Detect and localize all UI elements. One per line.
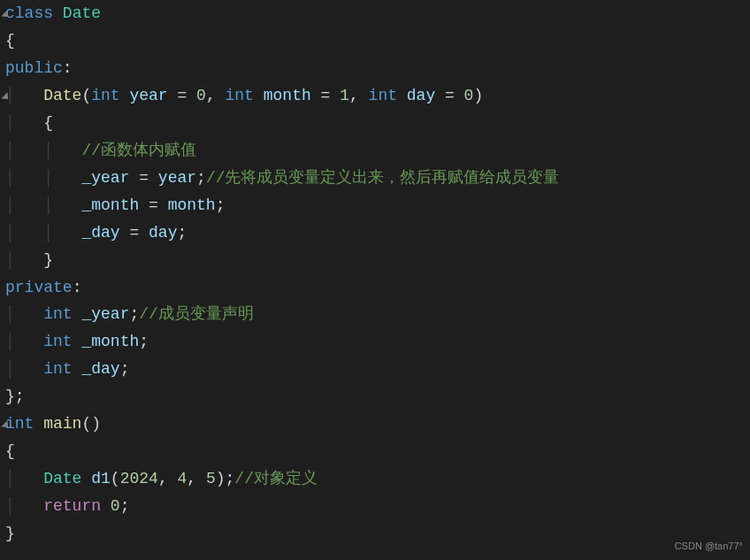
keyword-class: class [5,4,53,22]
code-line[interactable]: │ │ _year = year;//先将成员变量定义出来，然后再赋值给成员变量 [5,165,750,192]
open-brace: { [43,114,53,132]
keyword-return: return [43,497,101,515]
constructor-name: Date [43,87,81,104]
code-line[interactable]: { [5,438,750,465]
code-editor[interactable]: class Date { public: │ Date(int year = 0… [0,0,750,548]
class-name: Date [63,4,101,22]
code-line[interactable]: }; [5,383,750,410]
main-function: main [43,415,81,433]
keyword-private: private [5,279,73,296]
code-line[interactable]: │ int _month; [5,328,750,356]
keyword-public: public [5,59,63,77]
code-line[interactable]: │ Date(int year = 0, int month = 1, int … [5,82,750,110]
code-line[interactable]: │ return 0; [5,493,750,520]
code-line[interactable]: │ │ _day = day; [5,219,750,247]
code-line[interactable]: │ │ _month = month; [5,192,750,219]
code-line[interactable]: int main() [5,410,750,438]
code-line[interactable]: │ Date d1(2024, 4, 5);//对象定义 [5,465,750,493]
code-line[interactable]: } [5,520,750,548]
code-line[interactable]: │ { [5,110,750,137]
code-line[interactable]: │ int _year;//成员变量声明 [5,301,750,328]
code-line[interactable]: public: [5,55,750,82]
comment: //成员变量声明 [139,305,254,323]
watermark: CSDN @tan77° [675,538,743,555]
close-brace: } [5,525,15,542]
comment: //函数体内赋值 [81,142,196,159]
close-brace: } [43,251,53,269]
code-line[interactable]: class Date [5,0,750,27]
close-brace: }; [5,387,25,405]
code-line[interactable]: │ } [5,247,750,274]
comment: //对象定义 [234,470,318,487]
code-line[interactable]: { [5,27,750,55]
comment: //先将成员变量定义出来，然后再赋值给成员变量 [206,169,560,187]
code-line[interactable]: private: [5,274,750,302]
code-line[interactable]: │ │ //函数体内赋值 [5,137,750,165]
colon: : [63,59,73,77]
open-brace: { [5,32,15,50]
code-line[interactable]: │ int _day; [5,356,750,383]
open-brace: { [5,442,15,460]
